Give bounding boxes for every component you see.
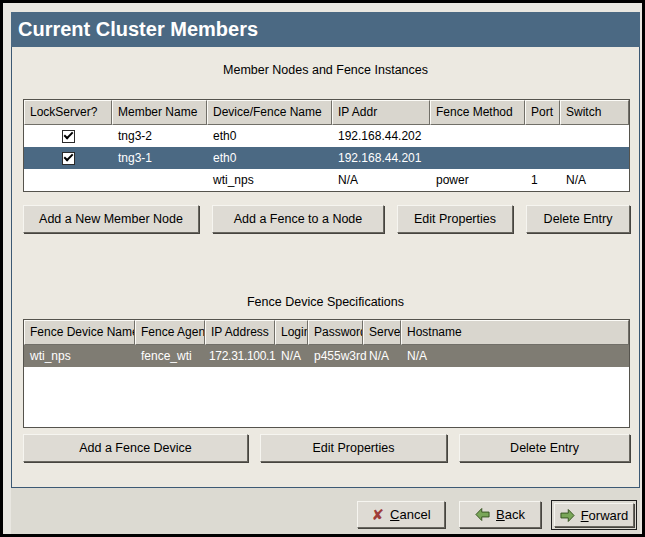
cell-device-fence-name: wti_nps [207,173,332,187]
member-nodes-table: LockServer? Member Name Device/Fence Nam… [23,99,630,192]
add-fence-device-button[interactable]: Add a Fence Device [23,434,248,462]
column-header-server[interactable]: Server [363,320,401,345]
cancel-icon: ✘ [371,507,384,522]
add-fence-to-node-button[interactable]: Add a Fence to a Node [212,205,384,233]
cell-member-name: tng3-2 [112,129,207,143]
default-button-ring: Forward [551,500,637,530]
table-row-selected[interactable]: tng3-1 eth0 192.168.44.201 [24,147,629,169]
table-row[interactable]: tng3-2 eth0 192.168.44.202 [24,125,629,147]
column-header-login[interactable]: Login [275,320,308,345]
column-header-switch[interactable]: Switch [560,100,629,125]
delete-member-entry-button[interactable]: Delete Entry [526,205,630,233]
cell-port: 1 [525,173,560,187]
members-table-title: Member Nodes and Fence Instances [12,63,639,77]
cell-fence-agent: fence_wti [135,349,205,363]
cell-ip-address: 172.31.100.1 [205,349,275,363]
cell-switch: N/A [560,173,629,187]
column-header-hostname[interactable]: Hostname [401,320,629,345]
fence-devices-table-title: Fence Device Specifications [12,295,639,309]
cell-ip-addr: 192.168.44.201 [332,151,430,165]
column-header-ip-addr[interactable]: IP Addr [332,100,430,125]
forward-button-label: Forward [581,508,629,523]
cell-device-fence-name: eth0 [207,129,332,143]
lockserver-checkbox[interactable] [62,130,75,143]
cell-fence-method: power [430,173,525,187]
screen: { "window": { "title": "Current Cluster … [0,0,645,537]
lockserver-checkbox[interactable] [62,152,75,165]
table-row-selected[interactable]: wti_nps fence_wti 172.31.100.1 N/A p455w… [24,345,629,367]
fence-devices-table: Fence Device Name Fence Agent IP Address… [23,319,630,428]
back-button-label: Back [496,507,525,522]
column-header-fence-method[interactable]: Fence Method [430,100,525,125]
window-title: Current Cluster Members [18,18,258,40]
column-header-fence-device-name[interactable]: Fence Device Name [24,320,135,345]
cell-device-fence-name: eth0 [207,151,332,165]
cell-ip-addr: N/A [332,173,430,187]
cancel-button-label: Cancel [390,507,430,522]
forward-button[interactable]: Forward [554,503,634,527]
cell-server: N/A [363,349,401,363]
table-row[interactable]: wti_nps N/A power 1 N/A [24,169,629,191]
cell-ip-addr: 192.168.44.202 [332,129,430,143]
content-panel: Member Nodes and Fence Instances LockSer… [11,47,640,488]
add-member-node-button[interactable]: Add a New Member Node [23,205,199,233]
cell-password: p455w3rd [308,349,363,363]
delete-fence-entry-button[interactable]: Delete Entry [459,434,630,462]
column-header-member-name[interactable]: Member Name [112,100,207,125]
window-title-bar: Current Cluster Members [11,12,640,47]
column-header-device-fence-name[interactable]: Device/Fence Name [207,100,332,125]
edit-member-properties-button[interactable]: Edit Properties [397,205,513,233]
edit-fence-properties-button[interactable]: Edit Properties [260,434,447,462]
member-nodes-table-header: LockServer? Member Name Device/Fence Nam… [24,100,629,125]
action-bar: ✘ Cancel Back Forward [11,488,640,534]
cell-member-name: tng3-1 [112,151,207,165]
cell-hostname: N/A [401,349,629,363]
column-header-port[interactable]: Port [525,100,560,125]
cell-fence-device-name: wti_nps [24,349,135,363]
cell-login: N/A [275,349,308,363]
column-header-fence-agent[interactable]: Fence Agent [135,320,205,345]
column-header-lockserver[interactable]: LockServer? [24,100,112,125]
column-header-password[interactable]: Password [308,320,363,345]
window-frame: Current Cluster Members Member Nodes and… [3,3,642,534]
forward-arrow-icon [560,508,575,523]
column-header-ip-address[interactable]: IP Address [205,320,275,345]
back-button[interactable]: Back [459,501,541,528]
back-arrow-icon [475,507,490,522]
fence-devices-table-header: Fence Device Name Fence Agent IP Address… [24,320,629,345]
cancel-button[interactable]: ✘ Cancel [357,501,445,528]
